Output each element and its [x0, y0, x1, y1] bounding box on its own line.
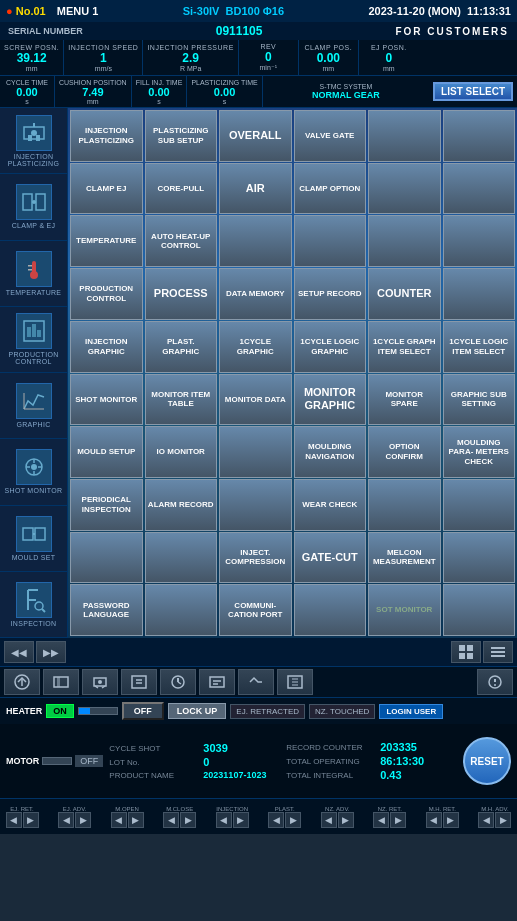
io-monitor-btn[interactable]: IO MONITOR [145, 426, 218, 478]
moulding-parameters-btn[interactable]: MOULDING PARA- METERS CHECK [443, 426, 516, 478]
m-close-left[interactable]: ◀ [163, 812, 179, 828]
inject-compression-btn[interactable]: INJECT. COMPRESSION [219, 532, 292, 584]
nav-prev-btn[interactable]: ◀◀ [4, 641, 34, 663]
lock-up-button[interactable]: LOCK UP [168, 703, 227, 719]
injection-graphic-btn[interactable]: INJECTION GRAPHIC [70, 321, 143, 373]
wear-check-btn[interactable]: WEAR CHECK [294, 479, 367, 531]
gate-cut-btn[interactable]: GATE-CUT [294, 532, 367, 584]
m-open-left[interactable]: ◀ [111, 812, 127, 828]
bi-mh-ret[interactable]: M.H. RET. ◀ ▶ [422, 805, 462, 829]
core-pull-btn[interactable]: CORE-PULL [145, 163, 218, 215]
process-btn[interactable]: PROCESS [145, 268, 218, 320]
list-select-button[interactable]: LIST SELECT [433, 82, 513, 101]
plast-left[interactable]: ◀ [268, 812, 284, 828]
clamp-option-btn[interactable]: CLAMP OPTION [294, 163, 367, 215]
nz-ret-left[interactable]: ◀ [373, 812, 389, 828]
injection-left[interactable]: ◀ [216, 812, 232, 828]
nav-grid-btn[interactable] [451, 641, 481, 663]
monitor-graphic-btn[interactable]: MONITOR GRAPHIC [294, 374, 367, 426]
auto-heat-up-btn[interactable]: AUTO HEAT-UP CONTROL [145, 215, 218, 267]
monitor-item-table-btn[interactable]: MONITOR ITEM TABLE [145, 374, 218, 426]
motor-slider[interactable] [42, 757, 72, 765]
sidebar-item-shot-monitor[interactable]: SHOT MONITOR [0, 439, 67, 505]
icon-btn-9[interactable] [477, 669, 513, 695]
sidebar-item-mould[interactable]: MOULD SET [0, 506, 67, 572]
mh-adv-right[interactable]: ▶ [495, 812, 511, 828]
password-language-btn[interactable]: PASSWORD LANGUAGE [70, 584, 143, 636]
option-confirm-btn[interactable]: OPTION CONFIRM [368, 426, 441, 478]
icon-btn-2[interactable] [43, 669, 79, 695]
nav-list-btn[interactable] [483, 641, 513, 663]
monitor-spare-btn[interactable]: MONITOR SPARE [368, 374, 441, 426]
ej-ret-right[interactable]: ▶ [23, 812, 39, 828]
production-control-btn[interactable]: PRODUCTION CONTROL [70, 268, 143, 320]
shot-monitor-main-btn[interactable]: SHOT MONITOR [70, 374, 143, 426]
injection-plasticizing-btn[interactable]: INJECTION PLASTICIZING [70, 110, 143, 162]
1cycle-graphic-btn[interactable]: 1CYCLE GRAPHIC [219, 321, 292, 373]
bi-mh-adv[interactable]: M.H. ADV. ◀ ▶ [475, 805, 515, 829]
sidebar-item-production[interactable]: PRODUCTION CONTROL [0, 307, 67, 373]
setup-record-btn[interactable]: SETUP RECORD [294, 268, 367, 320]
plast-graphic-btn[interactable]: PLAST. GRAPHIC [145, 321, 218, 373]
valve-gate-btn[interactable]: VALVE GATE [294, 110, 367, 162]
bi-plast[interactable]: PLAST. ◀ ▶ [265, 805, 305, 829]
icon-btn-5[interactable] [160, 669, 196, 695]
bi-ej-ret[interactable]: EJ. RET. ◀ ▶ [2, 805, 42, 829]
overall-btn[interactable]: OVERALL [219, 110, 292, 162]
reset-button[interactable]: RESET [463, 737, 511, 785]
sidebar-item-injection[interactable]: INJECTION PLASTICIZING [0, 108, 67, 174]
communication-port-btn[interactable]: COMMUNI- CATION PORT [219, 584, 292, 636]
data-memory-btn[interactable]: DATA MEMORY [219, 268, 292, 320]
alarm-record-btn[interactable]: ALARM RECORD [145, 479, 218, 531]
sidebar-item-graphic[interactable]: GRAPHIC [0, 373, 67, 439]
temperature-btn[interactable]: TEMPERATURE [70, 215, 143, 267]
sidebar-item-clamp[interactable]: CLAMP & EJ [0, 174, 67, 240]
sidebar-item-temperature[interactable]: TEMPERATURE [0, 241, 67, 307]
plasticizing-sub-setup-btn[interactable]: PLASTICIZING SUB SETUP [145, 110, 218, 162]
graphic-sub-setting-btn[interactable]: GRAPHIC SUB SETTING [443, 374, 516, 426]
bi-m-close[interactable]: M.CLOSE ◀ ▶ [160, 805, 200, 829]
mh-ret-right[interactable]: ▶ [443, 812, 459, 828]
periodical-inspection-btn[interactable]: PERIODICAL INSPECTION [70, 479, 143, 531]
bi-m-open[interactable]: M.OPEN ◀ ▶ [107, 805, 147, 829]
serial-label: SERIAL NUMBER [8, 26, 83, 36]
monitor-data-btn[interactable]: MONITOR DATA [219, 374, 292, 426]
bi-nz-ret[interactable]: NZ. RET. ◀ ▶ [370, 805, 410, 829]
ej-adv-left[interactable]: ◀ [58, 812, 74, 828]
heater-slider[interactable] [78, 707, 118, 715]
bi-ej-adv[interactable]: EJ. ADV. ◀ ▶ [55, 805, 95, 829]
injection-right[interactable]: ▶ [233, 812, 249, 828]
mould-setup-btn[interactable]: MOULD SETUP [70, 426, 143, 478]
1cycle-graph-item-btn[interactable]: 1CYCLE GRAPH ITEM SELECT [368, 321, 441, 373]
bi-nz-adv[interactable]: NZ. ADV. ◀ ▶ [317, 805, 357, 829]
counter-btn[interactable]: COUNTER [368, 268, 441, 320]
icon-btn-1[interactable] [4, 669, 40, 695]
login-user-button[interactable]: LOGIN USER [379, 704, 443, 719]
m-close-right[interactable]: ▶ [180, 812, 196, 828]
1cycle-logic-graphic-btn[interactable]: 1CYCLE LOGIC GRAPHIC [294, 321, 367, 373]
nav-next-btn[interactable]: ▶▶ [36, 641, 66, 663]
icon-btn-7[interactable] [238, 669, 274, 695]
mh-ret-left[interactable]: ◀ [426, 812, 442, 828]
empty-btn-8 [443, 215, 516, 267]
off-button[interactable]: OFF [122, 702, 164, 720]
plast-right[interactable]: ▶ [285, 812, 301, 828]
air-btn[interactable]: AIR [219, 163, 292, 215]
moulding-navigation-btn[interactable]: MOULDING NAVIGATION [294, 426, 367, 478]
sidebar-item-inspection[interactable]: INSPECTION [0, 572, 67, 638]
melcon-btn[interactable]: melcon MEASUREMENT [368, 532, 441, 584]
icon-btn-6[interactable] [199, 669, 235, 695]
nz-ret-right[interactable]: ▶ [390, 812, 406, 828]
mh-adv-left[interactable]: ◀ [478, 812, 494, 828]
nz-adv-left[interactable]: ◀ [321, 812, 337, 828]
m-open-right[interactable]: ▶ [128, 812, 144, 828]
1cycle-logic-item-btn[interactable]: 1CYCLE LOGIC ITEM SELECT [443, 321, 516, 373]
bi-injection[interactable]: INJECTION ◀ ▶ [212, 805, 252, 829]
clamp-ej-btn[interactable]: CLAMP EJ [70, 163, 143, 215]
ej-adv-right[interactable]: ▶ [75, 812, 91, 828]
icon-btn-3[interactable] [82, 669, 118, 695]
icon-btn-8[interactable] [277, 669, 313, 695]
icon-btn-4[interactable] [121, 669, 157, 695]
nz-adv-right[interactable]: ▶ [338, 812, 354, 828]
ej-ret-left[interactable]: ◀ [6, 812, 22, 828]
